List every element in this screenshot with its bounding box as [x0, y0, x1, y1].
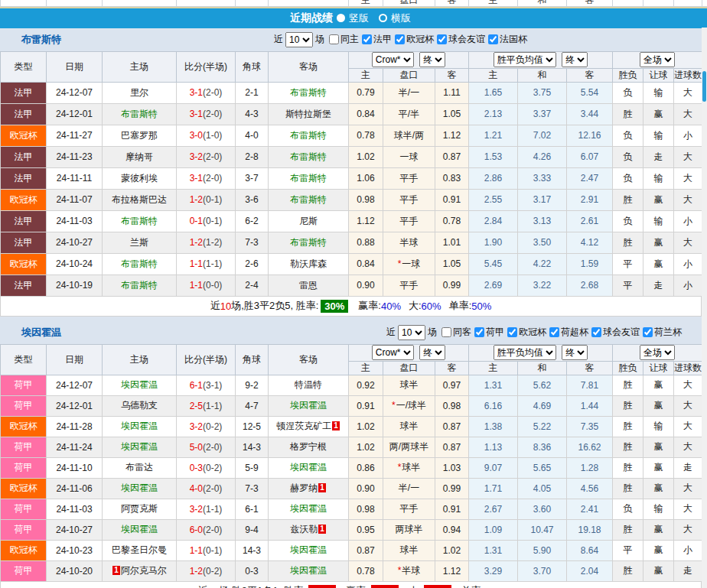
match-count-select[interactable]: 10: [398, 325, 425, 340]
league-label[interactable]: 球会友谊: [603, 326, 640, 339]
away-team-link[interactable]: 布雷斯特: [290, 173, 327, 184]
handicap-result-cell: 赢: [643, 519, 674, 540]
handicap-cell: 球半: [383, 416, 435, 437]
league-label[interactable]: 法甲: [373, 33, 392, 46]
away-team-link[interactable]: 布雷斯特: [290, 237, 327, 248]
league-checkbox[interactable]: [488, 34, 498, 44]
radio-horizontal-icon[interactable]: [379, 14, 387, 22]
league-label[interactable]: 球会友谊: [448, 33, 485, 46]
odds-time-select[interactable]: 终: [419, 345, 445, 360]
mean-time-select[interactable]: 终: [562, 345, 588, 360]
scope-select[interactable]: 全场: [640, 52, 675, 67]
handicap-cell: *一球: [383, 253, 435, 275]
home-team-cell: 埃因霍温: [103, 437, 177, 457]
bookmaker-select[interactable]: Crow*: [372, 52, 414, 67]
handicap-value: 球半: [402, 462, 420, 473]
radio-horizontal-label[interactable]: 横版: [391, 11, 411, 25]
league-checkbox[interactable]: [591, 327, 601, 337]
mean-home-cell: 2.69: [469, 275, 518, 296]
away-team-link[interactable]: 特温特: [295, 379, 322, 390]
scrollbar-track[interactable]: [702, 28, 707, 588]
away-team-link[interactable]: 埃因霍温: [290, 503, 327, 514]
away-team-link[interactable]: 尼斯: [299, 216, 318, 226]
radio-vertical-label[interactable]: 竖版: [349, 11, 369, 25]
league-checkbox[interactable]: [474, 327, 484, 337]
league-checkbox[interactable]: [549, 327, 559, 337]
home-team-link[interactable]: 乌德勒支: [121, 400, 158, 411]
mean-time-select[interactable]: 终: [562, 52, 588, 67]
date-cell: 24-11-24: [47, 437, 103, 457]
away-team-link[interactable]: 布雷斯特: [290, 194, 327, 205]
home-team-cell: 阿贾克斯: [103, 499, 177, 519]
league-label[interactable]: 欧冠杯: [406, 33, 434, 46]
league-label[interactable]: 欧冠杯: [519, 326, 546, 339]
home-team-link[interactable]: 兰斯: [130, 237, 148, 248]
away-team-link[interactable]: 兹沃勒: [290, 524, 318, 534]
away-team-link[interactable]: 埃因霍温: [290, 565, 327, 576]
team-name-title[interactable]: 布雷斯特: [21, 33, 61, 47]
scrollbar-thumb[interactable]: [702, 71, 706, 102]
away-team-link[interactable]: 埃因霍温: [290, 462, 327, 473]
same-venue-checkbox[interactable]: [329, 34, 339, 44]
league-label[interactable]: 荷兰杯: [654, 326, 682, 339]
bookmaker-select[interactable]: Crow*: [372, 345, 414, 360]
mean-away-cell: 5.54: [567, 82, 613, 103]
fulltime-score: 5-0: [190, 442, 203, 453]
same-venue-label[interactable]: 同客: [453, 326, 471, 339]
home-team-link[interactable]: 布雷斯特: [121, 258, 158, 269]
mean-select[interactable]: 胜平负均值: [494, 52, 556, 67]
col-odds-home: 主: [349, 68, 383, 82]
home-team-link[interactable]: 巴塞罗那: [121, 130, 158, 141]
home-team-link[interactable]: 埃因霍温: [121, 524, 158, 534]
home-team-link[interactable]: 阿贾克斯: [121, 503, 158, 514]
away-team-link[interactable]: 赫罗纳: [290, 482, 318, 493]
league-checkbox[interactable]: [395, 34, 405, 44]
away-team-link[interactable]: 勒沃库森: [290, 258, 327, 269]
away-team-link[interactable]: 雷恩: [299, 280, 318, 291]
league-checkbox[interactable]: [507, 327, 517, 337]
goals-result-cell: 大: [674, 395, 702, 416]
away-team-link[interactable]: 顿涅茨克矿工: [276, 421, 331, 431]
home-team-link[interactable]: 埃因霍温: [121, 379, 158, 390]
star-marker: *: [398, 258, 402, 269]
league-label[interactable]: 荷甲: [486, 326, 504, 339]
away-team-link[interactable]: 布雷斯特: [290, 151, 327, 162]
home-team-link[interactable]: 埃因霍温: [121, 482, 158, 493]
home-team-link[interactable]: 布雷斯特: [121, 109, 158, 119]
scope-select[interactable]: 全场: [640, 345, 675, 360]
home-team-link[interactable]: 布雷斯特: [121, 216, 158, 226]
home-team-link[interactable]: 布雷斯特: [121, 280, 158, 291]
same-venue-label[interactable]: 同主: [340, 33, 359, 46]
league-checkbox[interactable]: [437, 34, 447, 44]
away-team-link[interactable]: 布雷斯特: [290, 87, 327, 98]
league-label[interactable]: 荷超杯: [561, 326, 588, 339]
mean-draw-cell: 5.62: [518, 375, 567, 395]
goals-result-cell: 大: [674, 82, 702, 103]
home-team-link[interactable]: 布拉格斯巴达: [112, 194, 167, 205]
home-team-link[interactable]: 阿尔克马尔: [121, 565, 167, 576]
away-team-link[interactable]: 格罗宁根: [290, 441, 327, 452]
away-team-link[interactable]: 布雷斯特: [290, 130, 327, 141]
team-name-title[interactable]: 埃因霍温: [21, 326, 61, 339]
odds-time-select[interactable]: 终: [419, 52, 445, 67]
home-team-link[interactable]: 巴黎圣日尔曼: [112, 544, 167, 555]
home-team-link[interactable]: 埃因霍温: [121, 441, 158, 452]
away-team-link[interactable]: 埃因霍温: [290, 544, 327, 555]
home-team-link[interactable]: 埃因霍温: [121, 421, 158, 431]
same-venue-checkbox[interactable]: [441, 327, 451, 337]
home-team-link[interactable]: 布雷达: [125, 462, 153, 473]
home-team-link[interactable]: 里尔: [130, 87, 148, 98]
league-checkbox[interactable]: [643, 327, 653, 337]
away-team-link[interactable]: 埃因霍温: [290, 400, 327, 411]
radio-vertical-icon[interactable]: [337, 14, 345, 22]
league-label[interactable]: 法国杯: [500, 33, 527, 46]
home-team-link[interactable]: 蒙彼利埃: [121, 173, 158, 184]
matches-label: 场: [428, 326, 437, 339]
league-checkbox[interactable]: [362, 34, 372, 44]
away-team-link[interactable]: 斯特拉斯堡: [285, 109, 331, 119]
home-team-link[interactable]: 摩纳哥: [125, 151, 153, 162]
match-count-select[interactable]: 10: [285, 32, 313, 47]
handicap-cell: 平手: [383, 499, 435, 519]
odds-home-cell: 0.92: [349, 375, 383, 395]
mean-select[interactable]: 胜平负均值: [494, 345, 556, 360]
